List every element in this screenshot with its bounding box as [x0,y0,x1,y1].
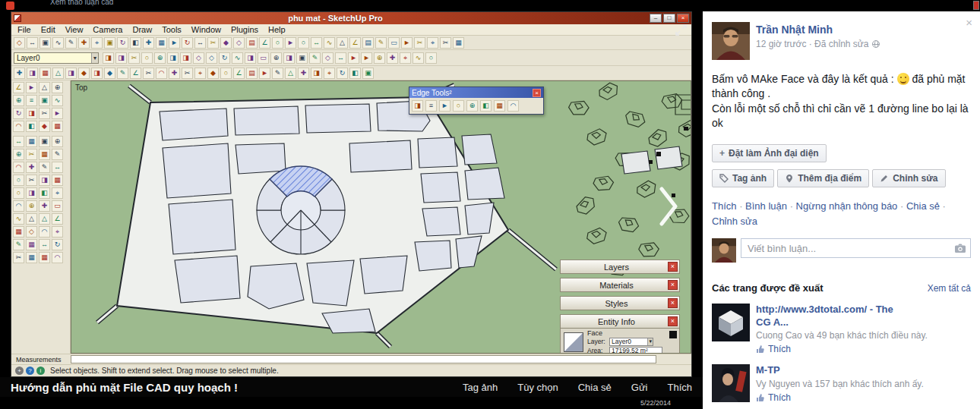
artisan-icon[interactable]: ◠ [52,252,63,263]
flip-along-icon[interactable]: ► [361,52,372,64]
simplify-edges-icon[interactable]: ◨ [412,100,423,112]
hidden-line-icon[interactable]: ◨ [167,52,179,64]
orbit-icon[interactable]: ► [285,37,296,49]
solid-intersect-icon[interactable]: ► [259,68,270,79]
author-name-link[interactable]: Trần Nhật Minh [756,24,880,36]
layers-manager-icon[interactable]: ◨ [103,52,114,64]
menu-tools[interactable]: Tools [162,25,182,34]
make-component-icon[interactable]: ✂ [414,37,425,49]
text-tool-icon[interactable]: ⊕ [13,149,24,160]
monochrome-icon[interactable]: ◇ [206,52,217,64]
scale-tool-icon[interactable]: ◠ [13,121,24,132]
joint-pushpull-tool-icon[interactable]: ▭ [52,200,63,212]
stamp-icon[interactable]: ◆ [104,68,115,79]
model-info-icon[interactable]: ✚ [387,52,398,64]
comment-input[interactable] [741,238,971,258]
curviloft-tool-icon[interactable]: ◠ [13,200,24,212]
weld-edges-icon[interactable]: △ [285,68,296,79]
bezier-curve-icon[interactable]: △ [52,68,64,79]
component-browser-icon[interactable]: ► [26,82,37,93]
page-name-link[interactable]: http://www.3dtotal.com/ - The CG A... [756,304,908,329]
bezier-edges-icon[interactable]: ≡ [425,100,437,112]
iso-view-icon[interactable]: ▭ [258,52,269,64]
round-corner-icon[interactable]: ⌖ [194,68,206,79]
loft-tool-icon[interactable]: ▦ [26,239,37,250]
solid-inspector-icon[interactable]: ⌖ [52,226,63,238]
zoom-icon[interactable]: ↔ [311,37,322,49]
panel-layers[interactable]: Layers × [560,260,680,274]
paint-bucket-icon[interactable]: ◧ [130,37,141,49]
camera-icon[interactable] [954,243,966,253]
truebend-icon[interactable]: ∠ [52,213,63,225]
panel-styles[interactable]: Styles × [560,296,680,310]
instructor-icon[interactable]: ○ [425,52,437,64]
move-icon[interactable]: ✚ [143,37,154,49]
menu-plugins[interactable]: Plugins [231,25,258,34]
help-icon[interactable] [26,367,34,375]
extrude-tool-icon[interactable]: ⊕ [26,200,37,212]
window-titlebar[interactable]: phu mat - SketchUp Pro – □ × [11,12,691,24]
credits-icon[interactable] [36,367,45,375]
dimension-icon[interactable]: ◇ [233,37,245,49]
zoom-window-icon[interactable]: ∿ [324,37,335,49]
axes-icon[interactable]: ∠ [259,37,270,49]
menu-view[interactable]: View [65,25,84,34]
material-replacer-icon[interactable]: ✎ [13,239,24,250]
line-icon[interactable]: ↔ [27,37,38,49]
top-view-icon[interactable]: ⊕ [270,52,282,64]
paint-tool-icon[interactable]: ◨ [39,175,50,186]
shadow-settings-icon[interactable]: ∿ [232,52,243,64]
window-close-button[interactable]: × [677,14,689,23]
styles-browser-icon[interactable]: ⊕ [52,82,63,93]
x-ray-icon[interactable]: ✂ [128,52,140,64]
zoom-extents-icon[interactable]: △ [337,37,348,49]
rotate-tool-icon[interactable]: ► [52,108,63,119]
sandbox-contours-icon[interactable]: ◨ [65,68,77,79]
bezier-tool-icon[interactable]: ◧ [39,187,50,199]
solar-north-icon[interactable]: ▦ [26,252,37,263]
rectangle-icon[interactable]: ▣ [40,37,51,49]
next-photo-button[interactable] [658,185,679,231]
action-ng-ng-nh-n-th-ng-b-o[interactable]: Ngừng nhận thông báo [796,200,906,212]
orbit-tool-icon[interactable]: ✎ [52,149,63,160]
panel-close-icon[interactable]: × [668,280,678,290]
protractor-icon[interactable]: ▤ [246,37,258,49]
purge-unused-icon[interactable]: ⊕ [374,52,385,64]
walk-tool-icon[interactable]: ○ [13,175,24,186]
close-gaps-icon[interactable]: ◧ [480,100,492,112]
add-layer-icon[interactable]: ◨ [115,52,127,64]
solid-union-icon[interactable]: ○ [220,68,232,79]
details-toggle[interactable] [669,331,677,338]
weld-tool-icon[interactable]: ⌖ [52,187,63,199]
weld-edges-icon[interactable]: ○ [453,100,464,112]
position-camera-icon[interactable]: ✎ [375,37,387,49]
preferences-icon[interactable]: ⌖ [400,52,411,64]
solid-subtract-icon[interactable]: ∠ [233,68,245,79]
split-tool-icon[interactable]: ✚ [298,68,309,79]
follow-me-icon[interactable]: ↻ [182,37,193,49]
walk-icon[interactable]: ► [401,37,413,49]
arc-tool-icon[interactable]: ∿ [52,95,63,106]
extend-edges-icon[interactable]: ▦ [494,100,505,112]
set-profile-picture-button[interactable]: Đặt làm Ảnh đại diện [712,144,827,162]
fullscreen-icon[interactable] [675,24,687,39]
mirror-tool-icon[interactable]: ∿ [13,213,24,225]
smoove-icon[interactable]: ◨ [91,68,103,79]
entity-layer-select[interactable]: Layer0 ▾ [609,338,653,346]
vector-push-pull-icon[interactable]: ✚ [169,68,180,79]
add-detail-icon[interactable]: ∠ [130,68,141,79]
photo-action-th-ch[interactable]: Thích [667,382,692,393]
edge-tools-icon[interactable]: ▦ [40,68,51,79]
page-name-link[interactable]: M-TP [756,364,908,376]
photo-action-chia-s[interactable]: Chia sẻ [578,382,612,393]
text-icon[interactable]: ◆ [220,37,232,49]
vertex-tools-icon[interactable]: ▦ [13,226,24,238]
section-plane-icon[interactable]: ○ [272,37,283,49]
freehand-tool-icon[interactable]: ◨ [26,108,37,119]
author-avatar[interactable] [712,22,750,60]
photo-action-g-i[interactable]: Gửi [631,382,648,393]
see-all-link[interactable]: Xem tất cả [928,283,971,294]
joint-push-pull-icon[interactable]: ◠ [156,68,167,79]
action-th-ch[interactable]: Thích [712,200,745,212]
round-corner-tool-icon[interactable]: ◨ [26,187,37,199]
